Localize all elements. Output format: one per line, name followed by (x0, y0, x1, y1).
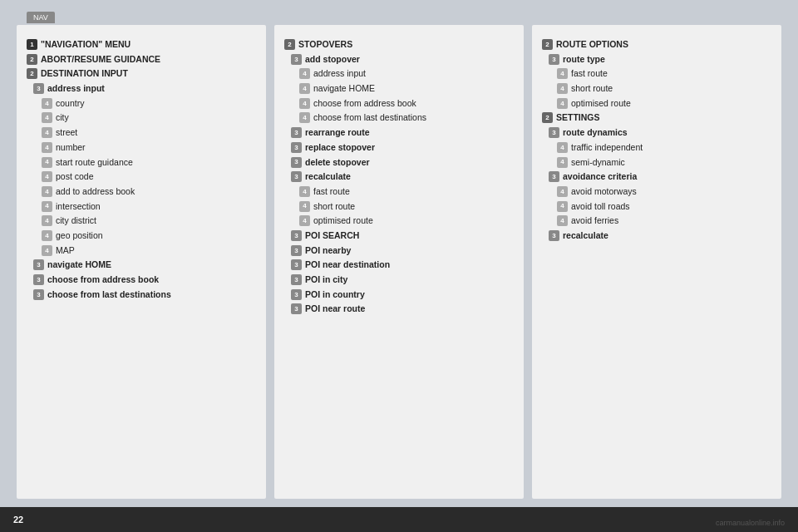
item-label: intersection (56, 200, 101, 213)
item-label: ABORT/RESUME GUIDANCE (41, 53, 160, 66)
list-item: 3POI nearby (284, 244, 514, 257)
item-label: optimised route (571, 97, 631, 110)
badge: 4 (557, 68, 568, 79)
list-item: 4intersection (27, 200, 256, 213)
list-item: 4fast route (542, 67, 771, 80)
list-item: 4post code (27, 170, 256, 183)
item-label: geo position (56, 229, 103, 242)
list-item: 3POI SEARCH (284, 229, 514, 242)
item-label: address input (313, 67, 366, 80)
page-number: 22 (13, 515, 23, 525)
list-item: 4street (27, 126, 256, 139)
badge: 4 (42, 142, 52, 153)
badge: 2 (284, 39, 295, 50)
list-item: 4avoid ferries (542, 214, 771, 227)
item-label: POI near route (305, 303, 365, 315)
item-label: POI SEARCH (305, 229, 359, 242)
panel1-content: 1"NAVIGATION" MENU2ABORT/RESUME GUIDANCE… (27, 38, 256, 300)
badge: 3 (291, 289, 302, 300)
item-label: choose from address book (313, 97, 416, 110)
badge: 2 (27, 68, 37, 79)
item-label: navigate HOME (47, 259, 111, 271)
watermark: carmanualonline.info (716, 519, 785, 527)
badge: 3 (549, 54, 559, 65)
item-label: avoid toll roads (571, 200, 630, 213)
item-label: city (56, 111, 69, 124)
item-label: recalculate (563, 229, 608, 242)
list-item: 3rearrange route (284, 126, 514, 139)
badge: 4 (557, 98, 568, 109)
list-item: 4short route (284, 200, 514, 213)
item-label: fast route (571, 67, 608, 80)
list-item: 4choose from last destinations (284, 111, 514, 124)
item-label: avoidance criteria (563, 170, 637, 183)
panel3-content: 2ROUTE OPTIONS3route type4fast route4sho… (542, 38, 771, 242)
item-label: POI in city (305, 273, 347, 286)
list-item: 4traffic independent (542, 141, 771, 154)
item-label: route dynamics (563, 126, 628, 139)
list-item: 3recalculate (542, 229, 771, 242)
list-item: 3POI in country (284, 288, 514, 301)
badge: 3 (291, 230, 302, 241)
list-item: 3route type (542, 53, 771, 66)
badge: 3 (33, 274, 44, 285)
list-item: 3avoidance criteria (542, 170, 771, 183)
item-label: traffic independent (571, 141, 643, 154)
list-item: 4fast route (284, 185, 514, 198)
badge: 3 (291, 259, 302, 270)
list-item: 4city (27, 111, 256, 124)
badge: 4 (42, 112, 52, 123)
badge: 4 (42, 171, 52, 182)
list-item: 3POI near destination (284, 259, 514, 271)
badge: 4 (42, 245, 52, 256)
list-item: 2DESTINATION INPUT (27, 67, 256, 80)
list-item: 3address input (27, 82, 256, 95)
list-item: 2ROUTE OPTIONS (542, 38, 771, 51)
item-label: delete stopover (305, 156, 370, 169)
badge: 3 (549, 127, 559, 138)
badge: 4 (557, 215, 568, 226)
list-item: 4short route (542, 82, 771, 95)
item-label: "NAVIGATION" MENU (41, 38, 131, 51)
list-item: 1"NAVIGATION" MENU (27, 38, 256, 51)
list-item: 4geo position (27, 229, 256, 242)
list-item: 3replace stopover (284, 141, 514, 154)
badge: 3 (291, 245, 302, 256)
item-label: avoid ferries (571, 214, 618, 227)
nav-tab: NAV (27, 12, 55, 23)
badge: 4 (42, 157, 52, 168)
badge: 3 (33, 289, 44, 300)
badge: 4 (42, 215, 52, 226)
badge: 4 (42, 201, 52, 212)
badge: 3 (549, 171, 559, 182)
badge: 3 (33, 83, 44, 94)
badge: 3 (291, 171, 302, 182)
list-item: 3navigate HOME (27, 259, 256, 271)
item-label: POI nearby (305, 244, 351, 257)
badge: 3 (549, 230, 559, 241)
item-label: number (56, 141, 86, 154)
badge: 3 (291, 142, 302, 153)
item-label: ROUTE OPTIONS (556, 38, 628, 51)
item-label: optimised route (313, 214, 373, 227)
badge: 3 (291, 274, 302, 285)
list-item: 3choose from address book (27, 273, 256, 286)
badge: 4 (299, 215, 310, 226)
badge: 4 (42, 186, 52, 197)
list-item: 4city district (27, 214, 256, 227)
badge: 2 (27, 54, 37, 65)
list-item: 4semi-dynamic (542, 156, 771, 169)
list-item: 4optimised route (542, 97, 771, 110)
list-item: 3choose from last destinations (27, 288, 256, 301)
item-label: semi-dynamic (571, 156, 625, 169)
list-item: 3recalculate (284, 170, 514, 183)
badge: 4 (299, 68, 310, 79)
list-item: 3POI near route (284, 303, 514, 315)
badge: 3 (33, 259, 44, 270)
item-label: route type (563, 53, 605, 66)
item-label: SETTINGS (556, 111, 600, 124)
list-item: 4optimised route (284, 214, 514, 227)
list-item: 2STOPOVERS (284, 38, 514, 51)
badge: 3 (291, 54, 302, 65)
panel2-content: 2STOPOVERS3add stopover4address input4na… (284, 38, 514, 315)
